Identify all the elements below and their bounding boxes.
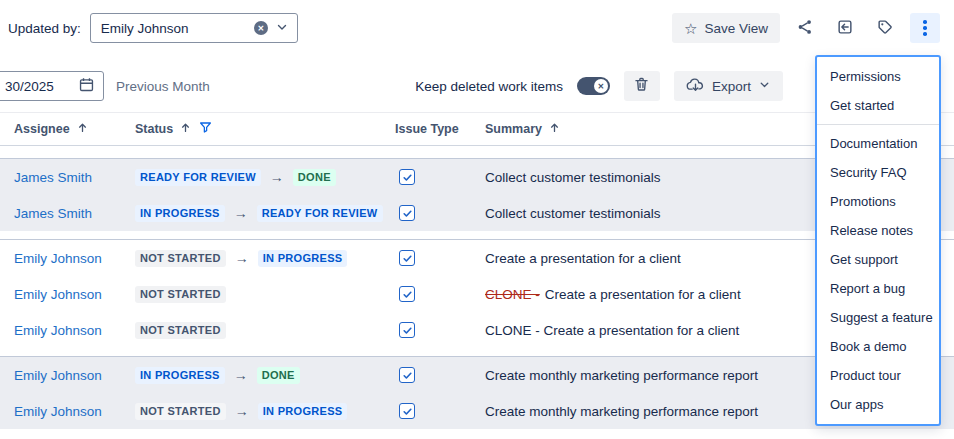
sort-asc-icon[interactable] (548, 121, 561, 137)
assignee-link[interactable]: James Smith (14, 206, 92, 221)
arrow-right-icon: → (234, 206, 248, 220)
save-view-label: Save View (704, 21, 768, 36)
arrow-right-icon: → (235, 251, 249, 265)
star-icon: ☆ (684, 21, 697, 36)
status-badge-from: NOT STARTED (135, 403, 226, 420)
assignee-cell: Emily Johnson (14, 287, 135, 302)
date-input[interactable]: 30/2025 (0, 71, 104, 101)
menu-item-our-apps[interactable]: Our apps (817, 390, 939, 419)
top-toolbar: Updated by: Emily Johnson ✕ ☆ Save View (0, 0, 954, 56)
status-cell: NOT STARTED (135, 286, 395, 303)
status-badge-from: IN PROGRESS (135, 205, 225, 222)
table-row: Emily Johnson NOT STARTED CLONE - Create… (0, 312, 954, 348)
share-button[interactable] (790, 13, 820, 43)
previous-month-link[interactable]: Previous Month (116, 79, 210, 94)
calendar-icon[interactable] (78, 76, 95, 96)
arrow-right-icon: → (234, 368, 248, 382)
menu-item-book-a-demo[interactable]: Book a demo (817, 332, 939, 361)
share-icon (796, 18, 814, 39)
issue-type-cell (395, 403, 485, 419)
task-checkbox-icon (399, 286, 415, 302)
assignee-link[interactable]: Emily Johnson (14, 287, 102, 302)
toolbar-actions: ☆ Save View (672, 13, 940, 43)
clear-filter-icon[interactable]: ✕ (254, 21, 268, 35)
status-badge-from: NOT STARTED (135, 286, 226, 303)
issue-type-cell (395, 322, 485, 338)
assignee-cell: Emily Johnson (14, 251, 135, 266)
strikethrough-text: CLONE - (485, 287, 540, 302)
menu-item-release-notes[interactable]: Release notes (817, 216, 939, 245)
menu-divider (817, 124, 939, 125)
column-header-issue-type[interactable]: Issue Type (395, 122, 485, 136)
status-badge-from: READY FOR REVIEW (135, 169, 261, 186)
keep-deleted-toggle[interactable]: ✕ (577, 77, 610, 95)
table-row: James Smith IN PROGRESS → READY FOR REVI… (0, 195, 954, 231)
issue-type-cell (395, 205, 485, 221)
export-button[interactable]: Export (674, 71, 783, 101)
task-checkbox-icon (399, 367, 415, 383)
sort-asc-icon[interactable] (179, 121, 192, 137)
chevron-down-icon (758, 78, 771, 94)
more-dropdown-menu: Permissions Get started Documentation Se… (815, 55, 941, 426)
updated-by-select[interactable]: Emily Johnson ✕ (90, 13, 298, 43)
save-view-button[interactable]: ☆ Save View (672, 13, 780, 43)
more-vertical-icon (923, 20, 927, 36)
row-group: Emily Johnson NOT STARTED → IN PROGRESS … (0, 239, 954, 348)
import-button[interactable] (830, 13, 860, 43)
table-header: Assignee Status Issue Type Summary (0, 112, 954, 146)
delete-button[interactable] (624, 71, 660, 101)
work-items-table: Assignee Status Issue Type Summary (0, 112, 954, 429)
label-button[interactable] (870, 13, 900, 43)
updated-by-label: Updated by: (8, 21, 81, 36)
keep-deleted-label: Keep deleted work items (415, 79, 563, 94)
filter-icon[interactable] (198, 120, 213, 138)
arrow-right-icon: → (270, 170, 284, 184)
assignee-link[interactable]: Emily Johnson (14, 368, 102, 383)
sub-toolbar: 30/2025 Previous Month Keep deleted work… (0, 70, 954, 102)
date-value: 30/2025 (5, 79, 54, 94)
menu-item-get-support[interactable]: Get support (817, 245, 939, 274)
assignee-cell: Emily Johnson (14, 404, 135, 419)
assignee-link[interactable]: Emily Johnson (14, 251, 102, 266)
menu-item-report-a-bug[interactable]: Report a bug (817, 274, 939, 303)
sort-asc-icon[interactable] (76, 121, 89, 137)
assignee-cell: James Smith (14, 170, 135, 185)
status-cell: NOT STARTED (135, 322, 395, 339)
menu-item-suggest-a-feature[interactable]: Suggest a feature (817, 303, 939, 332)
table-body: James Smith READY FOR REVIEW → DONE Coll… (0, 158, 954, 429)
trash-icon (633, 76, 650, 96)
table-row: Emily Johnson NOT STARTED → IN PROGRESS … (0, 393, 954, 429)
more-menu-button[interactable] (910, 13, 940, 43)
assignee-link[interactable]: Emily Johnson (14, 323, 102, 338)
row-group: Emily Johnson IN PROGRESS → DONE Create … (0, 356, 954, 429)
status-cell: IN PROGRESS → DONE (135, 367, 395, 384)
updated-by-value: Emily Johnson (101, 21, 247, 36)
table-row: Emily Johnson NOT STARTED → IN PROGRESS … (0, 240, 954, 276)
issue-type-cell (395, 250, 485, 266)
status-badge-to: DONE (293, 169, 336, 186)
status-cell: READY FOR REVIEW → DONE (135, 169, 395, 186)
menu-item-permissions[interactable]: Permissions (817, 62, 939, 91)
menu-item-promotions[interactable]: Promotions (817, 187, 939, 216)
status-badge-to: IN PROGRESS (258, 403, 348, 420)
subbar-actions: Keep deleted work items ✕ Export (415, 71, 783, 101)
row-group: James Smith READY FOR REVIEW → DONE Coll… (0, 158, 954, 231)
status-badge-from: IN PROGRESS (135, 367, 225, 384)
chevron-down-icon (275, 20, 289, 37)
column-header-assignee[interactable]: Assignee (14, 121, 135, 137)
import-icon (836, 18, 854, 39)
task-checkbox-icon (399, 205, 415, 221)
issue-type-cell (395, 169, 485, 185)
task-checkbox-icon (399, 322, 415, 338)
status-badge-to: DONE (257, 367, 300, 384)
menu-item-security-faq[interactable]: Security FAQ (817, 158, 939, 187)
assignee-link[interactable]: Emily Johnson (14, 404, 102, 419)
menu-item-product-tour[interactable]: Product tour (817, 361, 939, 390)
column-header-status[interactable]: Status (135, 120, 395, 138)
status-badge-from: NOT STARTED (135, 322, 226, 339)
menu-item-documentation[interactable]: Documentation (817, 129, 939, 158)
status-badge-from: NOT STARTED (135, 250, 226, 267)
assignee-link[interactable]: James Smith (14, 170, 92, 185)
menu-item-get-started[interactable]: Get started (817, 91, 939, 120)
assignee-cell: Emily Johnson (14, 368, 135, 383)
